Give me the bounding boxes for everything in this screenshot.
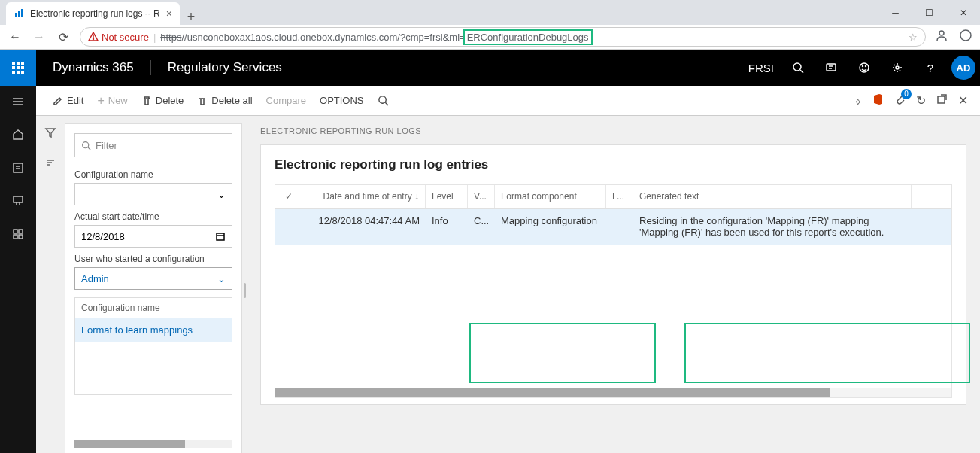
browser-tab[interactable]: Electronic reporting run logs -- R × xyxy=(6,2,180,25)
list-header: Configuration name xyxy=(75,298,232,318)
calendar-icon xyxy=(215,231,226,242)
config-name-dropdown[interactable]: ⌄ xyxy=(74,183,232,205)
filter-rail xyxy=(36,116,65,453)
tab-favicon xyxy=(14,8,24,19)
svg-point-14 xyxy=(866,66,866,67)
start-date-input[interactable]: 12/8/2018 xyxy=(74,225,232,248)
svg-rect-2 xyxy=(21,9,23,17)
start-date-label: Actual start date/time xyxy=(74,211,232,222)
tab-close-icon[interactable]: × xyxy=(166,8,172,20)
header-avatar[interactable]: AD xyxy=(947,50,980,86)
table-row[interactable]: 12/8/2018 04:47:44 AM Info C... Mapping … xyxy=(275,209,951,245)
cell-text: Residing in the configuration 'Mapping (… xyxy=(633,209,912,245)
nav-forward-button: → xyxy=(32,30,47,44)
svg-line-8 xyxy=(800,70,803,73)
url-text: https//usnconeboxax1aos.cloud.onebox.dyn… xyxy=(160,32,592,43)
app-launcher-button[interactable] xyxy=(0,50,36,86)
svg-rect-28 xyxy=(19,235,23,239)
url-input[interactable]: Not secure | https//usnconeboxax1aos.clo… xyxy=(80,27,926,47)
header-settings-button[interactable] xyxy=(881,50,914,86)
warning-icon xyxy=(88,32,99,42)
bookmark-icon[interactable]: ☆ xyxy=(909,32,918,43)
header-messages-button[interactable] xyxy=(815,50,848,86)
entries-card: Electronic reporting run log entries ✓ D… xyxy=(260,144,966,405)
col-v[interactable]: V... xyxy=(468,185,495,208)
window-maximize-button[interactable]: ☐ xyxy=(912,2,946,24)
cell-component: Mapping configuration xyxy=(495,209,606,245)
list-item[interactable]: Format to learn mappings xyxy=(75,318,232,342)
action-search-button[interactable] xyxy=(373,92,393,109)
filter-funnel-icon[interactable] xyxy=(44,126,56,141)
page-label: ELECTRONIC REPORTING RUN LOGS xyxy=(260,126,966,135)
header-feedback-button[interactable] xyxy=(848,50,881,86)
detail-panel: ELECTRONIC REPORTING RUN LOGS Electronic… xyxy=(247,116,980,453)
cell-level: Info xyxy=(426,209,468,245)
svg-rect-19 xyxy=(14,163,23,172)
nav-home-icon[interactable] xyxy=(11,128,25,144)
nav-menu-icon[interactable] xyxy=(11,95,25,111)
grid-scrollbar[interactable] xyxy=(275,388,951,397)
browser-menu-icon[interactable] xyxy=(959,29,972,46)
config-name-label: Configuration name xyxy=(74,169,232,180)
svg-point-29 xyxy=(378,96,385,103)
col-check[interactable]: ✓ xyxy=(275,185,302,208)
svg-line-30 xyxy=(385,102,388,105)
cell-v: C... xyxy=(468,209,495,245)
brand-name[interactable]: Dynamics 365 xyxy=(36,60,150,75)
edit-button[interactable]: Edit xyxy=(48,92,88,109)
action-pane: Edit +New Delete Delete all Compare OPTI… xyxy=(36,86,980,116)
left-nav-rail xyxy=(0,86,36,453)
action-close-icon[interactable]: ✕ xyxy=(958,93,968,108)
delete-button[interactable]: Delete xyxy=(137,92,189,109)
col-text[interactable]: Generated text xyxy=(633,185,912,208)
filter-collapse-icon[interactable] xyxy=(44,157,56,172)
filter-scrollbar[interactable] xyxy=(74,440,232,448)
tab-title: Electronic reporting run logs -- R xyxy=(30,8,160,19)
new-tab-button[interactable]: + xyxy=(180,9,202,25)
user-label: User who started a configuration xyxy=(74,254,232,264)
action-refresh-icon[interactable]: ↻ xyxy=(916,93,926,108)
svg-line-36 xyxy=(88,147,90,149)
svg-rect-22 xyxy=(14,196,23,202)
waffle-icon xyxy=(12,62,24,74)
company-selector[interactable]: FRSI xyxy=(741,50,781,86)
nav-back-button[interactable]: ← xyxy=(8,30,23,44)
action-office-icon[interactable] xyxy=(872,93,884,108)
col-level[interactable]: Level xyxy=(426,185,468,208)
col-component[interactable]: Format component xyxy=(495,185,606,208)
header-help-button[interactable]: ? xyxy=(914,50,947,86)
svg-rect-27 xyxy=(14,235,17,239)
nav-reload-button[interactable]: ⟳ xyxy=(56,30,71,44)
filter-panel: Filter Configuration name ⌄ Actual start… xyxy=(65,123,242,453)
svg-rect-9 xyxy=(827,64,836,71)
security-warning: Not secure xyxy=(88,32,149,43)
delete-all-button[interactable]: Delete all xyxy=(193,92,256,109)
nav-modules-icon[interactable] xyxy=(11,227,25,244)
svg-rect-37 xyxy=(217,233,224,240)
user-dropdown[interactable]: Admin⌄ xyxy=(74,267,232,290)
action-attachments-icon[interactable]: 0 xyxy=(894,93,906,108)
profile-icon[interactable] xyxy=(935,29,948,46)
svg-point-5 xyxy=(939,31,944,35)
config-list: Configuration name Format to learn mappi… xyxy=(74,297,232,395)
window-minimize-button[interactable]: ─ xyxy=(878,2,912,24)
col-f[interactable]: F... xyxy=(606,185,633,208)
service-name[interactable]: Regulatory Services xyxy=(150,60,299,75)
header-search-button[interactable] xyxy=(781,50,815,86)
cell-f xyxy=(606,209,633,245)
svg-rect-0 xyxy=(15,13,17,17)
svg-point-15 xyxy=(896,66,899,69)
nav-workspace-icon[interactable] xyxy=(11,194,25,211)
col-date[interactable]: Date and time of entry ↓ xyxy=(302,185,426,208)
action-popout-icon[interactable] xyxy=(936,93,948,108)
window-close-button[interactable]: ✕ xyxy=(946,2,980,24)
options-button[interactable]: OPTIONS xyxy=(315,92,369,109)
nav-recent-icon[interactable] xyxy=(11,161,25,178)
svg-point-35 xyxy=(83,141,89,147)
filter-search-input[interactable]: Filter xyxy=(74,133,232,157)
entries-grid: ✓ Date and time of entry ↓ Level V... Fo… xyxy=(275,184,952,398)
svg-point-7 xyxy=(793,63,801,71)
chevron-down-icon: ⌄ xyxy=(217,189,226,200)
svg-rect-31 xyxy=(938,96,945,103)
action-connect-icon[interactable]: ⬨ xyxy=(854,94,862,108)
